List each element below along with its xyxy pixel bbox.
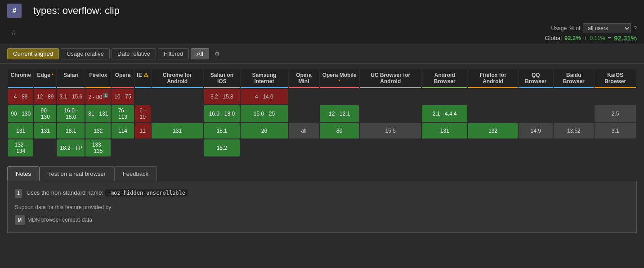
compat-cell[interactable]: 90 - 130 — [8, 105, 33, 122]
table-row: 4 - 8912 - 893.1 - 15.62 - 80110 - 753.2… — [8, 89, 636, 104]
compat-cell[interactable] — [320, 89, 359, 104]
compat-cell[interactable] — [554, 89, 594, 104]
compat-cell[interactable] — [135, 139, 151, 156]
main-content: Chrome Edge * Safari Firefox Opera IE ⚠ — [0, 64, 644, 237]
compat-cell[interactable]: 81 - 131 — [85, 105, 111, 122]
compat-cell[interactable]: 80 — [320, 123, 359, 138]
current-aligned-tab[interactable]: Current aligned — [7, 48, 59, 59]
usage-plus: + — [584, 35, 587, 41]
compat-cell[interactable] — [595, 139, 636, 156]
compat-cell[interactable]: 90 - 130 — [34, 105, 56, 122]
date-relative-tab[interactable]: Date relative — [112, 48, 156, 59]
mdn-text: MDN browser-compat-data — [27, 216, 92, 224]
browser-header-edge: Edge * — [34, 69, 56, 88]
compat-cell[interactable] — [289, 139, 319, 156]
compat-cell[interactable]: 132 — [468, 123, 518, 138]
compat-cell[interactable]: 131 — [152, 123, 203, 138]
compat-cell[interactable] — [360, 139, 421, 156]
compat-cell[interactable] — [422, 89, 467, 104]
notes-panel: 1 Uses the non-standard name: -moz-hidde… — [7, 181, 637, 233]
compat-cell[interactable]: 4 - 14.0 — [241, 89, 288, 104]
compat-cell[interactable]: 131 — [8, 123, 33, 138]
notes-tab[interactable]: Notes — [7, 166, 40, 181]
compat-cell[interactable]: 131 — [34, 123, 56, 138]
app-header: # types: overflow: clip — [0, 0, 644, 22]
star-icon[interactable]: ☆ — [7, 27, 20, 39]
compat-cell[interactable]: 12 - 89 — [34, 89, 56, 104]
compat-cell[interactable] — [289, 105, 319, 122]
compat-cell[interactable] — [152, 105, 203, 122]
browser-header-chrome-android: Chrome for Android — [152, 69, 203, 88]
compat-cell[interactable]: 2 - 801 — [85, 89, 111, 104]
compat-cell[interactable]: 13.52 — [554, 123, 594, 138]
compat-cell[interactable]: 133 - 135 — [85, 139, 111, 156]
compat-cell[interactable] — [152, 139, 203, 156]
compat-cell[interactable] — [34, 139, 56, 156]
compat-cell[interactable]: 14.9 — [519, 123, 553, 138]
compat-cell[interactable]: 76 - 113 — [112, 105, 134, 122]
compat-cell[interactable] — [595, 89, 636, 104]
mdn-source-link[interactable]: M MDN browser-compat-data — [15, 215, 629, 225]
compat-cell[interactable]: 15.5 — [360, 123, 421, 138]
compat-cell[interactable]: 26 — [241, 123, 288, 138]
compat-cell[interactable]: 132 - 134 — [8, 139, 33, 156]
compat-cell[interactable]: 18.1 — [57, 123, 85, 138]
compat-cell[interactable] — [554, 139, 594, 156]
browser-header-opera-mobile: Opera Mobile * — [320, 69, 359, 88]
compat-cell[interactable]: 4 - 89 — [8, 89, 33, 104]
compat-cell[interactable]: 6 - 10 — [135, 105, 151, 122]
browser-header-android: Android Browser — [422, 69, 467, 88]
compat-cell[interactable]: 18.1 — [204, 123, 240, 138]
compat-cell[interactable] — [468, 139, 518, 156]
compat-cell[interactable]: 18.2 — [204, 139, 240, 156]
compat-cell[interactable] — [519, 89, 553, 104]
compat-cell[interactable] — [468, 89, 518, 104]
user-type-select[interactable]: all users tracked users — [583, 23, 631, 33]
compat-cell[interactable] — [289, 89, 319, 104]
gear-icon[interactable]: ⚙ — [211, 47, 224, 60]
compat-cell[interactable]: 114 — [112, 123, 134, 138]
table-row: 90 - 13090 - 13016.0 - 18.081 - 13176 - … — [8, 105, 636, 122]
compat-cell[interactable] — [241, 139, 288, 156]
browser-header-row: Chrome Edge * Safari Firefox Opera IE ⚠ — [8, 69, 636, 88]
compat-cell[interactable] — [360, 89, 421, 104]
browser-header-qq: QQ Browser — [519, 69, 553, 88]
compat-cell[interactable] — [519, 139, 553, 156]
compat-cell[interactable] — [422, 139, 467, 156]
filtered-tab[interactable]: Filtered — [158, 48, 189, 59]
compat-cell[interactable]: 10 - 75 — [112, 89, 134, 104]
compat-cell[interactable]: 132 — [85, 123, 111, 138]
compat-cell[interactable] — [320, 139, 359, 156]
usage-value1: 92.2% — [564, 35, 581, 41]
feedback-tab[interactable]: Feedback — [114, 166, 157, 181]
compat-cell[interactable]: 16.0 - 18.0 — [57, 105, 85, 122]
table-row: 13113118.11321141113118.126all8015.51311… — [8, 123, 636, 138]
compat-cell[interactable]: 12 - 12.1 — [320, 105, 359, 122]
compat-cell[interactable]: 3.1 - 15.6 — [57, 89, 85, 104]
compat-cell[interactable] — [135, 89, 151, 104]
compat-cell[interactable]: 16.0 - 18.0 — [204, 105, 240, 122]
all-tab[interactable]: All — [191, 48, 209, 59]
compat-cell[interactable]: 2.1 - 4.4.4 — [422, 105, 467, 122]
compat-cell[interactable] — [112, 139, 134, 156]
compat-cell[interactable]: 15.0 - 25 — [241, 105, 288, 122]
browser-header-baidu: Baidu Browser — [554, 69, 594, 88]
compat-cell[interactable]: 3.2 - 15.8 — [204, 89, 240, 104]
compat-cell[interactable]: 2.5 — [595, 105, 636, 122]
usage-label: Usage — [551, 25, 567, 31]
compat-cell[interactable]: 131 — [422, 123, 467, 138]
usage-relative-tab[interactable]: Usage relative — [61, 48, 110, 59]
compat-cell[interactable] — [152, 89, 203, 104]
compat-cell[interactable] — [468, 105, 518, 122]
compat-cell[interactable]: all — [289, 123, 319, 138]
help-icon[interactable]: ? — [634, 25, 637, 31]
usage-equals: = — [608, 35, 612, 41]
compat-cell[interactable] — [554, 105, 594, 122]
usage-section: Usage % of all users tracked users ? Glo… — [545, 23, 637, 42]
compat-cell[interactable]: 11 — [135, 123, 151, 138]
compat-cell[interactable]: 18.2 - TP — [57, 139, 85, 156]
compat-cell[interactable]: 3.1 — [595, 123, 636, 138]
compat-cell[interactable] — [519, 105, 553, 122]
test-real-browser-tab[interactable]: Test on a real browser — [40, 166, 114, 181]
compat-cell[interactable] — [360, 105, 421, 122]
